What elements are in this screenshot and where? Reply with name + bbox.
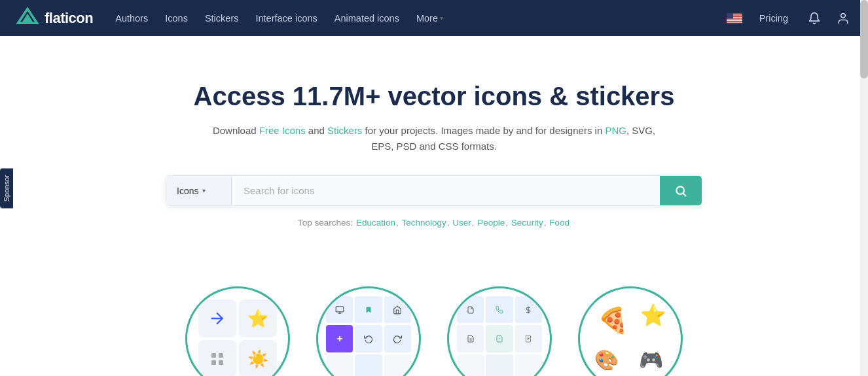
scrollbar-thumb[interactable]: [860, 0, 868, 78]
circle-cell-star: ⭐: [239, 299, 277, 337]
search-type-label: Icons: [177, 186, 198, 196]
nav-stickers[interactable]: Stickers: [198, 9, 245, 27]
sticker-pizza: 🍕: [598, 306, 628, 335]
svg-line-18: [683, 193, 686, 196]
more-label: More: [416, 13, 438, 24]
circle-ring-2: [316, 286, 421, 376]
notifications-bell-icon[interactable]: [805, 9, 823, 27]
circle-stickers-container: 🍕 ⭐ 🎨 🎮: [591, 299, 670, 376]
top-search-people[interactable]: People: [477, 218, 505, 228]
hero-subtitle: Download Free Icons and Stickers for you…: [211, 123, 657, 154]
circle-ring-4: 🍕 ⭐ 🎨 🎮: [578, 286, 683, 376]
circle-cell-grid: [198, 340, 236, 376]
cc-refresh: [355, 325, 382, 352]
circle-cell-sun: ☀️: [239, 340, 277, 376]
logo-text: flaticon: [45, 10, 93, 27]
circle-item-4[interactable]: 🍕 ⭐ 🎨 🎮: [578, 286, 683, 376]
us-flag-svg: [727, 13, 742, 24]
hero-section: Access 11.7M+ vector icons & stickers Do…: [0, 36, 868, 280]
cc-empty2: [355, 354, 382, 376]
svg-point-16: [841, 13, 846, 18]
search-type-dropdown[interactable]: Icons ▾: [166, 176, 232, 205]
nav-authors[interactable]: Authors: [109, 9, 154, 27]
stickers-link[interactable]: Stickers: [327, 125, 362, 136]
sticker-star: ⭐: [640, 303, 666, 328]
top-search-education[interactable]: Education: [356, 218, 395, 228]
top-search-technology[interactable]: Technology: [401, 218, 446, 228]
top-search-user[interactable]: User: [452, 218, 471, 228]
search-bar: Icons ▾: [166, 175, 702, 206]
side-tab[interactable]: Sponsor: [0, 168, 13, 208]
circle-item-1[interactable]: ⭐ ☀️: [185, 286, 290, 376]
nav-animated-icons[interactable]: Animated icons: [328, 9, 406, 27]
nav-right: Pricing: [727, 9, 852, 27]
circle-ring-1: ⭐ ☀️: [185, 286, 290, 376]
svg-rect-11: [727, 20, 742, 21]
cc-monitor: [326, 296, 353, 323]
top-searches-label: Top searches:: [298, 218, 353, 228]
cc3-clip1: [457, 325, 484, 352]
search-bar-wrapper: Icons ▾: [13, 175, 855, 206]
svg-rect-14: [727, 22, 742, 23]
nav-icons[interactable]: Icons: [158, 9, 194, 27]
user-account-icon[interactable]: [834, 9, 852, 27]
scrollbar[interactable]: [860, 0, 868, 376]
circle-item-3[interactable]: [447, 286, 552, 376]
cc3-b2: [486, 354, 513, 376]
search-button[interactable]: [660, 176, 702, 205]
cc3-doc: [457, 296, 484, 323]
search-magnifier-icon: [674, 184, 687, 197]
cc3-b3: [515, 354, 542, 376]
svg-rect-12: [727, 21, 742, 22]
cc-plus: [326, 325, 353, 352]
search-input[interactable]: [232, 176, 660, 205]
svg-rect-15: [727, 13, 733, 19]
circle-cell-arrow: [198, 299, 236, 337]
more-chevron-icon: ▾: [440, 14, 443, 22]
cc3-phone: [486, 296, 513, 323]
cc3-clip2: [486, 325, 513, 352]
cc-empty1: [326, 354, 353, 376]
sticker-paint: 🎨: [594, 349, 619, 371]
svg-rect-22: [219, 360, 223, 365]
cc-home: [384, 296, 411, 323]
nav-links: Authors Icons Stickers Interface icons A…: [109, 9, 726, 27]
svg-rect-10: [727, 19, 742, 20]
logo-link[interactable]: flaticon: [16, 7, 93, 30]
cc-empty3: [384, 354, 411, 376]
logo-icon: [16, 7, 39, 30]
circle-inner-1: ⭐ ☀️: [198, 299, 277, 376]
top-search-food[interactable]: Food: [549, 218, 570, 228]
nav-interface-icons[interactable]: Interface icons: [249, 9, 323, 27]
language-flag-icon[interactable]: [727, 13, 742, 24]
cc3-dollar: [515, 296, 542, 323]
pricing-link[interactable]: Pricing: [753, 9, 795, 27]
circle-item-2[interactable]: [316, 286, 421, 376]
cc3-clip3: [515, 325, 542, 352]
sticker-game: 🎮: [639, 349, 663, 371]
circle-inner-2: [326, 296, 411, 376]
nav-more[interactable]: More ▾: [410, 9, 450, 27]
svg-rect-9: [727, 18, 742, 19]
circles-section: ⭐ ☀️: [0, 280, 868, 376]
svg-rect-19: [211, 353, 216, 358]
hero-title: Access 11.7M+ vector icons & stickers: [13, 82, 855, 111]
top-searches: Top searches: Education, Technology, Use…: [13, 218, 855, 228]
circle-ring-3: [447, 286, 552, 376]
circle-inner-3: [457, 296, 542, 376]
svg-rect-23: [336, 306, 344, 311]
navbar: flaticon Authors Icons Stickers Interfac…: [0, 0, 868, 36]
svg-rect-13: [727, 22, 742, 22]
top-search-security[interactable]: Security: [511, 218, 543, 228]
free-icons-link[interactable]: Free Icons: [259, 125, 306, 136]
cc3-b1: [457, 354, 484, 376]
cc-rotate: [384, 325, 411, 352]
cc-bookmark: [355, 296, 382, 323]
svg-rect-20: [219, 353, 223, 358]
search-type-chevron-icon: ▾: [202, 187, 206, 194]
png-link[interactable]: PNG: [605, 125, 626, 136]
svg-rect-21: [211, 360, 216, 365]
